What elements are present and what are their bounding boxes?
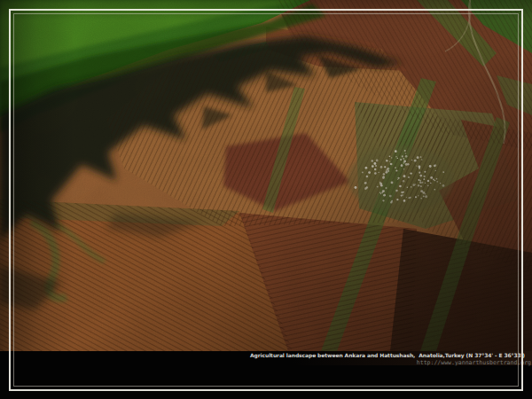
aerial-photo-illustration	[0, 0, 532, 351]
caption-title: Agricultural landscape between Ankara an…	[250, 353, 525, 359]
wallpaper-image: Agricultural landscape between Ankara an…	[0, 0, 532, 399]
photo-grain	[0, 0, 532, 351]
caption-url: http://www.yannarthusbertrand.org	[250, 360, 531, 366]
caption: Agricultural landscape between Ankara an…	[250, 353, 525, 366]
